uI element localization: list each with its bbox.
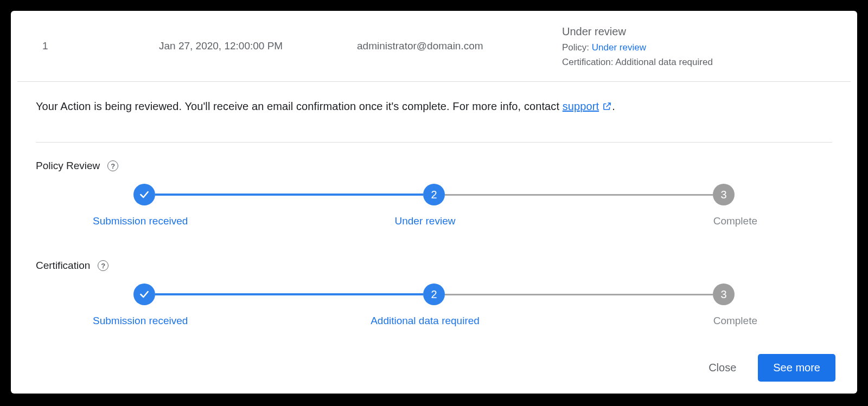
cert-step-1 <box>133 283 155 305</box>
certification-title: Certification <box>36 260 90 272</box>
check-icon <box>139 289 150 300</box>
policy-stepper: 2 3 Submission received Under review Com… <box>36 184 832 227</box>
policy-review-section: Policy Review ? 2 3 Submission received … <box>36 143 832 227</box>
policy-step-3-label: Complete <box>536 215 757 227</box>
row-number: 1 <box>42 40 159 52</box>
policy-step-3: 3 <box>713 184 735 205</box>
policy-label: Policy: <box>562 42 592 53</box>
certification-section: Certification ? 2 3 Submission received … <box>36 242 832 327</box>
cert-step-3-label: Complete <box>536 315 757 327</box>
cert-step-3: 3 <box>713 283 735 305</box>
policy-step-1 <box>133 184 155 205</box>
help-icon[interactable]: ? <box>107 160 118 171</box>
help-icon[interactable]: ? <box>98 260 108 271</box>
row-email: administrator@domain.com <box>357 40 562 52</box>
external-link-icon <box>602 101 612 114</box>
policy-connector-2 <box>445 194 713 196</box>
review-panel: 1 Jan 27, 2020, 12:00:00 PM administrato… <box>11 11 857 394</box>
policy-step-1-label: Submission received <box>93 215 314 227</box>
check-icon <box>139 189 150 200</box>
policy-step-2-label: Under review <box>314 215 535 227</box>
cert-step-2: 2 <box>423 283 445 305</box>
cert-step-2-label: Additional data required <box>314 315 535 327</box>
see-more-button[interactable]: See more <box>758 354 835 382</box>
cert-connector-2 <box>445 294 713 295</box>
policy-review-title: Policy Review <box>36 160 100 172</box>
certification-stepper: 2 3 Submission received Additional data … <box>36 283 832 327</box>
submission-row: 1 Jan 27, 2020, 12:00:00 PM administrato… <box>17 11 851 82</box>
policy-connector-1 <box>155 194 423 196</box>
cert-value: Additional data required <box>615 57 713 67</box>
status-title: Under review <box>562 23 826 40</box>
review-message: Your Action is being reviewed. You'll re… <box>36 82 832 143</box>
panel-body: Your Action is being reviewed. You'll re… <box>11 82 857 327</box>
cert-connector-1 <box>155 293 423 295</box>
row-status: Under review Policy: Under review Certif… <box>562 23 826 69</box>
close-button[interactable]: Close <box>706 356 738 379</box>
row-date: Jan 27, 2020, 12:00:00 PM <box>159 40 357 52</box>
policy-status-line: Policy: Under review <box>562 40 826 55</box>
cert-status-line: Certification: Additional data required <box>562 55 826 69</box>
message-text: Your Action is being reviewed. You'll re… <box>36 100 563 112</box>
message-after: . <box>612 100 615 112</box>
footer-actions: Close See more <box>706 354 835 382</box>
policy-status-link[interactable]: Under review <box>592 42 646 53</box>
support-link[interactable]: support <box>563 100 612 112</box>
certification-heading: Certification ? <box>36 260 832 272</box>
policy-review-heading: Policy Review ? <box>36 160 832 172</box>
cert-step-1-label: Submission received <box>93 315 314 327</box>
cert-label: Certification: <box>562 57 615 67</box>
policy-step-2: 2 <box>423 184 445 205</box>
